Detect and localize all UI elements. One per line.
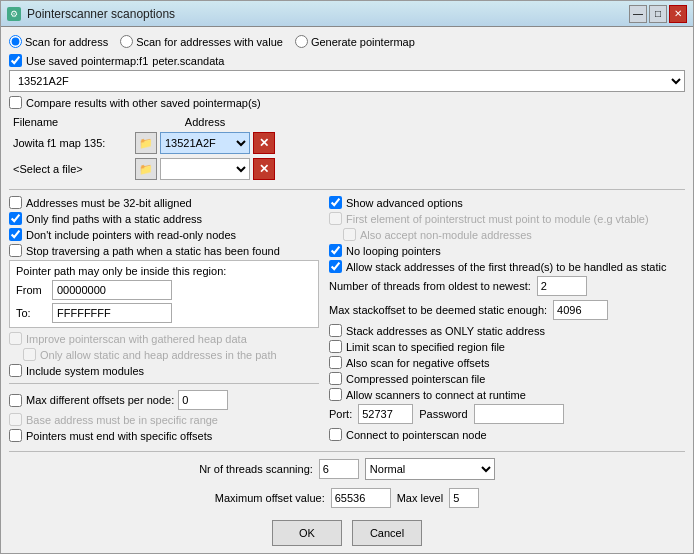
password-input[interactable] [474,404,564,424]
maximize-button[interactable]: □ [649,5,667,23]
stack-only-checkbox[interactable] [329,324,342,337]
show-advanced-label: Show advanced options [346,197,463,209]
threads-oldest-input[interactable] [537,276,587,296]
radio-scan-value-label: Scan for addresses with value [136,36,283,48]
file-row1-address-dropdown[interactable]: 13521A2F [160,132,250,154]
show-advanced-checkbox[interactable] [329,196,342,209]
left-column: Addresses must be 32-bit alligned Only f… [9,196,319,445]
window-controls: — □ ✕ [629,5,687,23]
max-stackoffset-input[interactable] [553,300,608,320]
file-row1-folder-icon[interactable]: 📁 [135,132,157,154]
limit-region-row: Limit scan to specified region file [329,340,685,353]
max-offsets-input[interactable] [178,390,228,410]
priority-dropdown[interactable]: Idle Below Normal Normal Above Normal Hi… [365,458,495,480]
port-input[interactable] [358,404,413,424]
title-bar: ⚙ Pointerscanner scanoptions — □ ✕ [1,1,693,27]
no-readonly-checkbox[interactable] [9,228,22,241]
file-row1-delete-button[interactable]: ✕ [253,132,275,154]
compare-row: Compare results with other saved pointer… [9,96,685,109]
stop-traversing-label: Stop traversing a path when a static has… [26,245,280,257]
bottom-buttons: OK Cancel [9,520,685,546]
max-offsets-row: Max different offsets per node: [9,390,319,410]
nr-threads-input[interactable] [319,459,359,479]
only-static-heap-row: Only allow static and heap addresses in … [9,348,319,361]
scan-type-group: Scan for address Scan for addresses with… [9,35,685,48]
minimize-button[interactable]: — [629,5,647,23]
allow-scanners-label: Allow scanners to connect at runtime [346,389,526,401]
from-label: From [16,284,46,296]
radio-generate[interactable] [295,35,308,48]
stack-only-label: Stack addresses as ONLY static address [346,325,545,337]
connect-node-checkbox[interactable] [329,428,342,441]
path-region-label: Pointer path may only be inside this reg… [16,265,312,277]
cancel-button[interactable]: Cancel [352,520,422,546]
saved-pointermap-dropdown[interactable]: 13521A2F [9,70,685,92]
from-row: From [16,280,312,300]
radio-generate-item: Generate pointermap [295,35,415,48]
addresses-32bit-row: Addresses must be 32-bit alligned [9,196,319,209]
close-button[interactable]: ✕ [669,5,687,23]
connect-node-row: Connect to pointerscan node [329,428,685,441]
addresses-32bit-checkbox[interactable] [9,196,22,209]
negative-offsets-checkbox[interactable] [329,356,342,369]
to-input[interactable] [52,303,172,323]
file-row-1: Jowita f1 map 135: 📁 13521A2F ✕ [11,131,683,155]
ok-button[interactable]: OK [272,520,342,546]
include-system-checkbox[interactable] [9,364,22,377]
show-advanced-row: Show advanced options [329,196,685,209]
saved-pointermap-checkbox[interactable] [9,54,22,67]
port-label: Port: [329,408,352,420]
improve-heap-label: Improve pointerscan with gathered heap d… [26,333,247,345]
negative-offsets-row: Also scan for negative offsets [329,356,685,369]
first-element-label: First element of pointerstruct must poin… [346,213,649,225]
file-row2-address-dropdown[interactable] [160,158,250,180]
radio-scan-address[interactable] [9,35,22,48]
to-row: To: [16,303,312,323]
pointers-must-end-checkbox[interactable] [9,429,22,442]
allow-stack-row: Allow stack addresses of the first threa… [329,260,685,273]
accept-non-module-checkbox[interactable] [343,228,356,241]
first-element-checkbox[interactable] [329,212,342,225]
max-offset-label: Maximum offset value: [215,492,325,504]
stack-only-row: Stack addresses as ONLY static address [329,324,685,337]
only-static-row: Only find paths with a static address [9,212,319,225]
first-element-row: First element of pointerstruct must poin… [329,212,685,225]
allow-stack-checkbox[interactable] [329,260,342,273]
saved-pointermap-row: Use saved pointermap:f1 peter.scandata [9,54,685,67]
only-static-label: Only find paths with a static address [26,213,202,225]
no-looping-row: No looping pointers [329,244,685,257]
no-looping-checkbox[interactable] [329,244,342,257]
file-row2-delete-button[interactable]: ✕ [253,158,275,180]
max-offset-input[interactable] [331,488,391,508]
divider-left [9,383,319,384]
col-filename-header: Filename [11,115,131,129]
divider-bottom [9,451,685,452]
from-input[interactable] [52,280,172,300]
only-static-heap-checkbox[interactable] [23,348,36,361]
radio-scan-value[interactable] [120,35,133,48]
max-offsets-checkbox[interactable] [9,394,22,407]
compare-checkbox[interactable] [9,96,22,109]
nr-threads-row: Nr of threads scanning: Idle Below Norma… [199,458,495,480]
nr-threads-label: Nr of threads scanning: [199,463,313,475]
pointers-must-end-row: Pointers must end with specific offsets [9,429,319,442]
content-area: Scan for address Scan for addresses with… [1,27,693,553]
right-column: Show advanced options First element of p… [329,196,685,445]
file-row2-name: <Select a file> [11,157,131,181]
allow-scanners-checkbox[interactable] [329,388,342,401]
base-address-range-checkbox[interactable] [9,413,22,426]
compare-label: Compare results with other saved pointer… [26,97,261,109]
improve-heap-row: Improve pointerscan with gathered heap d… [9,332,319,345]
stop-traversing-checkbox[interactable] [9,244,22,257]
window-title: Pointerscanner scanoptions [27,7,175,21]
max-level-input[interactable] [449,488,479,508]
only-static-checkbox[interactable] [9,212,22,225]
radio-scan-value-item: Scan for addresses with value [120,35,283,48]
limit-region-checkbox[interactable] [329,340,342,353]
improve-heap-checkbox[interactable] [9,332,22,345]
compressed-checkbox[interactable] [329,372,342,385]
saved-pointermap-filename: peter.scandata [152,55,224,67]
password-label: Password [419,408,467,420]
app-icon: ⚙ [7,7,21,21]
file-row2-folder-icon[interactable]: 📁 [135,158,157,180]
